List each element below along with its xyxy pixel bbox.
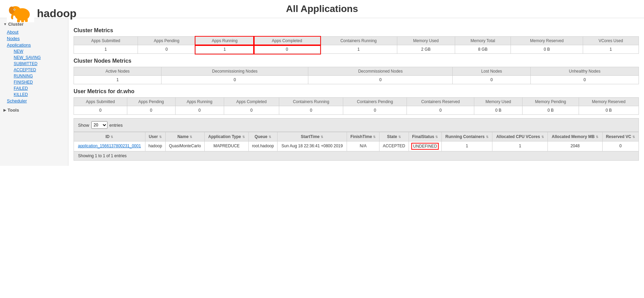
sidebar-item-new-saving[interactable]: NEW_SAVING — [10, 54, 65, 61]
sidebar-item-nodes[interactable]: Nodes — [3, 35, 65, 42]
th-id[interactable]: ID ⇅ — [74, 132, 145, 141]
sidebar-item-scheduler[interactable]: Scheduler — [3, 98, 65, 104]
cell-user: hadoop — [145, 141, 165, 151]
sidebar-item-accepted[interactable]: ACCEPTED — [10, 67, 65, 73]
sidebar-item-failed[interactable]: FAILED — [10, 85, 65, 91]
lost-link[interactable]: 0 — [490, 77, 493, 82]
val-decommissioned-nodes: 0 — [308, 76, 453, 84]
svg-rect-8 — [25, 19, 28, 22]
val-lost-nodes: 0 — [453, 76, 531, 84]
applications-table-wrapper: ID ⇅ User ⇅ Name ⇅ Application Type ⇅ Qu… — [74, 132, 639, 151]
svg-rect-6 — [17, 19, 20, 22]
col-user-apps-pending: Apps Pending — [127, 98, 175, 106]
sidebar-item-running[interactable]: RUNNING — [10, 73, 65, 79]
th-running-containers[interactable]: Running Containers ⇅ — [441, 132, 492, 141]
sort-icon-start: ⇅ — [321, 135, 323, 139]
sort-icon-name: ⇅ — [190, 135, 192, 139]
svg-text:hadoop: hadoop — [37, 7, 77, 20]
col-user-apps-completed: Apps Completed — [224, 98, 279, 106]
sidebar-tools-toggle[interactable]: Tools — [3, 108, 65, 113]
table-row: application_1566137800231_0001 hadoop Qu… — [74, 141, 639, 151]
col-unhealthy-nodes: Unhealthy Nodes — [531, 67, 639, 76]
th-alloc-memory[interactable]: Allocated Memory MB ⇅ — [548, 132, 602, 141]
col-user-containers-pending: Containers Pending — [343, 98, 407, 106]
decommissioned-link[interactable]: 0 — [379, 77, 382, 82]
val-apps-pending: 0 — [138, 45, 195, 54]
sort-icon-state: ⇅ — [398, 135, 401, 139]
sidebar-item-applications[interactable]: Applications — [3, 42, 65, 48]
cell-state: ACCEPTED — [379, 141, 409, 151]
col-decommissioning-nodes: Decommissioning Nodes — [162, 67, 308, 76]
cell-alloc-memory: 2048 — [548, 141, 602, 151]
val-memory-total: 8 GB — [455, 45, 511, 54]
app-id-link[interactable]: application_1566137800231_0001 — [78, 144, 141, 148]
val-containers-running: 1 — [320, 45, 397, 54]
col-vcores-used: VCores Used — [583, 37, 639, 45]
col-user-memory-reserved: Memory Reserved — [579, 98, 639, 106]
col-user-apps-submitted: Apps Submitted — [74, 98, 127, 106]
th-start-time[interactable]: StartTime ⇅ — [277, 132, 347, 141]
hadoop-text-icon: hadoop — [37, 6, 99, 20]
val-user-memory-used: 0 B — [474, 106, 523, 115]
val-user-containers-pending: 0 — [343, 106, 407, 115]
applications-table: ID ⇅ User ⇅ Name ⇅ Application Type ⇅ Qu… — [74, 132, 639, 151]
th-name[interactable]: Name ⇅ — [165, 132, 204, 141]
col-apps-running: Apps Running — [195, 37, 254, 45]
sidebar-tools-label: Tools — [8, 108, 19, 113]
val-user-apps-submitted: 0 — [74, 106, 127, 115]
sidebar-item-new[interactable]: NEW — [10, 48, 65, 54]
th-reserved-vc[interactable]: Reserved VC ⇅ — [602, 132, 639, 141]
main-content: Cluster Metrics Apps Submitted Apps Pend… — [68, 18, 644, 166]
col-apps-pending: Apps Pending — [138, 37, 195, 45]
cell-queue: root.hadoop — [248, 141, 277, 151]
sidebar-item-finished[interactable]: FINISHED — [10, 79, 65, 85]
sidebar-tools-section: Tools — [3, 108, 65, 113]
sort-icon-id: ⇅ — [111, 135, 113, 139]
th-app-type[interactable]: Application Type ⇅ — [205, 132, 249, 141]
sort-icon-cpu: ⇅ — [541, 135, 544, 139]
th-finish-time[interactable]: FinishTime ⇅ — [347, 132, 379, 141]
col-decommissioned-nodes: Decommissioned Nodes — [308, 67, 453, 76]
val-decommissioning-nodes: 0 — [162, 76, 308, 84]
th-alloc-cpu[interactable]: Allocated CPU VCores ⇅ — [492, 132, 548, 141]
svg-rect-7 — [21, 19, 24, 22]
val-user-containers-reserved: 0 — [407, 106, 474, 115]
hadoop-elephant-icon — [7, 3, 34, 22]
table-footer: Showing 1 to 1 of 1 entries — [74, 151, 639, 161]
col-apps-submitted: Apps Submitted — [74, 37, 138, 45]
show-label: Show — [78, 123, 89, 128]
sidebar: Cluster About Nodes Applications NEW NEW… — [0, 18, 68, 166]
sidebar-item-killed[interactable]: KILLED — [10, 91, 65, 98]
col-user-containers-reserved: Containers Reserved — [407, 98, 474, 106]
sidebar-cluster-toggle[interactable]: Cluster — [3, 22, 65, 27]
th-user[interactable]: User ⇅ — [145, 132, 165, 141]
entries-select[interactable]: 10 20 50 100 — [91, 121, 107, 129]
final-status-value: UNDEFINED — [412, 144, 438, 149]
cluster-nodes-table: Active Nodes Decommissioning Nodes Decom… — [74, 67, 639, 84]
unhealthy-link[interactable]: 0 — [583, 77, 586, 82]
sidebar-item-submitted[interactable]: SUBMITTED — [10, 61, 65, 67]
th-final-status[interactable]: FinalStatus ⇅ — [409, 132, 441, 141]
col-memory-used: Memory Used — [397, 37, 455, 45]
cell-final-status: UNDEFINED — [409, 141, 441, 151]
cell-alloc-cpu: 1 — [492, 141, 548, 151]
val-user-memory-pending: 0 B — [523, 106, 579, 115]
val-user-apps-running: 0 — [175, 106, 224, 115]
val-apps-submitted: 1 — [74, 45, 138, 54]
col-containers-running: Containers Running — [320, 37, 397, 45]
val-memory-reserved: 0 B — [511, 45, 583, 54]
cluster-metrics-title: Cluster Metrics — [74, 27, 639, 34]
sidebar-item-about[interactable]: About — [3, 29, 65, 35]
cluster-nodes-title: Cluster Nodes Metrics — [74, 58, 639, 64]
svg-point-5 — [14, 9, 15, 10]
col-memory-reserved: Memory Reserved — [511, 37, 583, 45]
cell-name: QuasiMonteCarlo — [165, 141, 204, 151]
th-state[interactable]: State ⇅ — [379, 132, 409, 141]
sort-icon-queue: ⇅ — [269, 135, 271, 139]
val-user-apps-completed: 0 — [224, 106, 279, 115]
th-queue[interactable]: Queue ⇅ — [248, 132, 277, 141]
showing-text: Showing 1 to 1 of 1 entries — [78, 153, 127, 158]
col-lost-nodes: Lost Nodes — [453, 67, 531, 76]
decommissioning-link[interactable]: 0 — [234, 77, 236, 82]
col-memory-total: Memory Total — [455, 37, 511, 45]
